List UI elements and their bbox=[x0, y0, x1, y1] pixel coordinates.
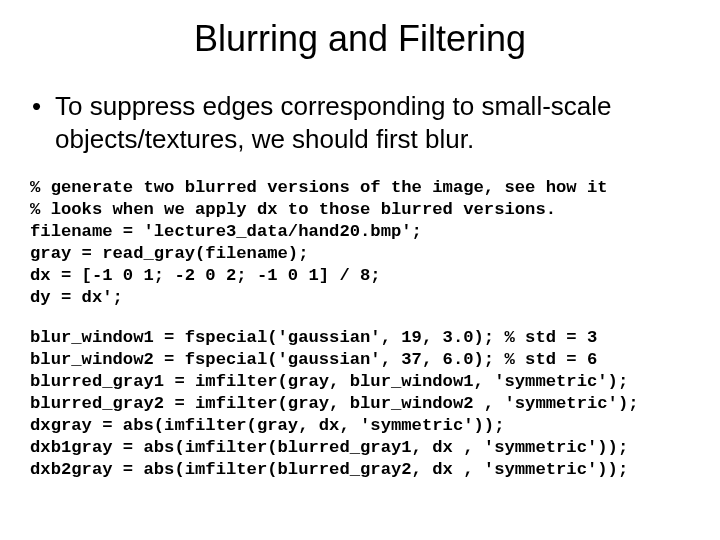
bullet-text: To suppress edges corresponding to small… bbox=[55, 90, 690, 155]
code-block-1: % generate two blurred versions of the i… bbox=[30, 177, 690, 309]
code-block-2: blur_window1 = fspecial('gaussian', 19, … bbox=[30, 327, 690, 481]
slide-title: Blurring and Filtering bbox=[30, 18, 690, 60]
slide: Blurring and Filtering • To suppress edg… bbox=[0, 0, 720, 540]
bullet-item: • To suppress edges corresponding to sma… bbox=[30, 90, 690, 155]
code-gap bbox=[30, 309, 690, 327]
bullet-dot: • bbox=[32, 90, 41, 123]
